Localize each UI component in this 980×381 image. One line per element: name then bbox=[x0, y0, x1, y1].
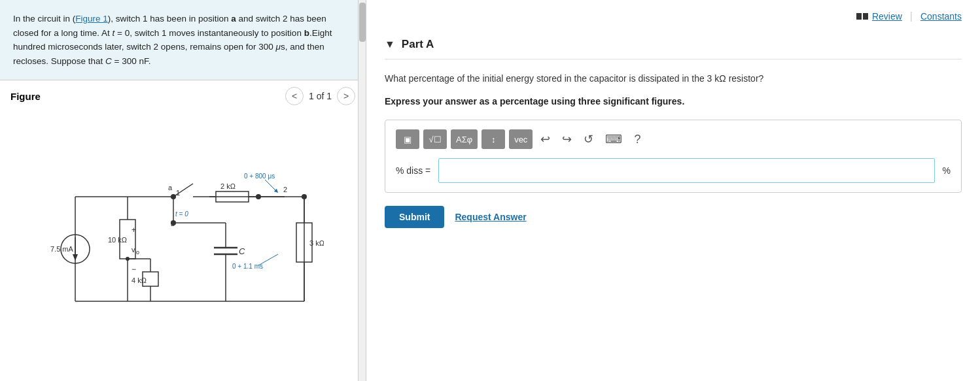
svg-text:−: − bbox=[131, 265, 136, 274]
svg-line-37 bbox=[258, 254, 278, 265]
next-figure-button[interactable]: > bbox=[337, 87, 355, 105]
figure-link[interactable]: Figure 1 bbox=[75, 14, 108, 24]
toolbar-arrow-icon: ↕ bbox=[491, 135, 496, 144]
page-indicator: 1 of 1 bbox=[309, 91, 332, 101]
action-row: Submit Request Answer bbox=[385, 206, 962, 228]
svg-text:3 kΩ: 3 kΩ bbox=[309, 239, 324, 247]
submit-label: Submit bbox=[399, 212, 430, 222]
figure-nav: < 1 of 1 > bbox=[285, 87, 355, 105]
toolbar-greek-btn[interactable]: ΑΣφ bbox=[451, 129, 478, 149]
toolbar-vec-label: vec bbox=[514, 135, 527, 144]
toolbar-matrix-icon: ▣ bbox=[404, 135, 411, 144]
svg-marker-8 bbox=[73, 254, 78, 261]
svg-text:10 kΩ: 10 kΩ bbox=[108, 236, 127, 244]
left-scrollbar[interactable] bbox=[358, 0, 366, 381]
keyboard-icon: ⌨ bbox=[605, 133, 622, 146]
svg-line-35 bbox=[265, 180, 277, 191]
question-text: What percentage of the initial energy st… bbox=[385, 71, 962, 86]
review-link[interactable]: Review bbox=[856, 11, 902, 22]
toolbar-undo-btn[interactable]: ↩ bbox=[536, 129, 554, 149]
svg-text:2: 2 bbox=[283, 186, 287, 193]
circuit-svg: 7.5 mA 10 kΩ v o + − a t bbox=[43, 157, 324, 327]
instruction-text: Express your answer as a percentage usin… bbox=[385, 96, 962, 107]
svg-text:+: + bbox=[131, 225, 136, 235]
svg-text:0 + 1.1 ms: 0 + 1.1 ms bbox=[232, 263, 263, 270]
separator: | bbox=[910, 10, 913, 22]
svg-text:v: v bbox=[131, 246, 135, 254]
problem-text-box: In the circuit in (Figure 1), switch 1 h… bbox=[0, 0, 366, 80]
part-header: ▼ Part A bbox=[385, 38, 962, 59]
svg-text:4 kΩ: 4 kΩ bbox=[131, 276, 147, 284]
svg-text:o: o bbox=[136, 249, 139, 256]
unit-label: % bbox=[943, 165, 951, 176]
toolbar-arrow-btn[interactable]: ↕ bbox=[481, 129, 505, 149]
review-icon-bar1 bbox=[856, 13, 862, 20]
part-title: Part A bbox=[402, 38, 434, 51]
figure-label: Figure bbox=[10, 91, 41, 102]
answer-input[interactable] bbox=[438, 158, 934, 183]
review-icon-bar2 bbox=[863, 13, 868, 20]
toolbar-sqrt-icon: √☐ bbox=[429, 135, 441, 144]
problem-text: In the circuit in (Figure 1), switch 1 h… bbox=[13, 14, 332, 66]
svg-point-54 bbox=[302, 194, 307, 199]
toolbar-reset-btn[interactable]: ↺ bbox=[580, 129, 597, 149]
help-icon: ? bbox=[634, 133, 640, 146]
constants-link[interactable]: Constants bbox=[920, 11, 962, 22]
redo-icon: ↪ bbox=[562, 133, 572, 146]
left-panel: In the circuit in (Figure 1), switch 1 h… bbox=[0, 0, 366, 381]
toolbar-greek-icon: ΑΣφ bbox=[456, 135, 472, 144]
toolbar-sqrt-btn[interactable]: √☐ bbox=[423, 129, 447, 149]
input-label: % diss = bbox=[396, 165, 430, 176]
toolbar-matrix-btn[interactable]: ▣ bbox=[396, 129, 419, 149]
svg-text:7.5 mA: 7.5 mA bbox=[50, 245, 74, 253]
circuit-diagram: 7.5 mA 10 kΩ v o + − a t bbox=[10, 110, 355, 374]
scroll-thumb bbox=[359, 3, 366, 42]
svg-text:1: 1 bbox=[176, 189, 180, 197]
undo-icon: ↩ bbox=[540, 133, 550, 146]
input-row: % diss = % bbox=[396, 158, 951, 183]
toolbar-vec-btn[interactable]: vec bbox=[509, 129, 533, 149]
toolbar-redo-btn[interactable]: ↪ bbox=[558, 129, 576, 149]
figure-section: Figure < 1 of 1 > bbox=[0, 80, 366, 381]
toolbar-keyboard-btn[interactable]: ⌨ bbox=[601, 129, 626, 149]
part-toggle-icon[interactable]: ▼ bbox=[385, 39, 395, 50]
submit-button[interactable]: Submit bbox=[385, 206, 444, 228]
right-panel: Review | Constants ▼ Part A What percent… bbox=[366, 0, 980, 381]
constants-label: Constants bbox=[920, 11, 962, 22]
review-label: Review bbox=[872, 11, 902, 22]
review-icon bbox=[856, 13, 868, 20]
svg-text:0 + 800 μs: 0 + 800 μs bbox=[244, 173, 275, 180]
top-bar: Review | Constants bbox=[385, 10, 962, 22]
answer-box: ▣ √☐ ΑΣφ ↕ vec ↩ ↪ ↺ ⌨ bbox=[385, 120, 962, 193]
prev-figure-button[interactable]: < bbox=[285, 87, 304, 105]
request-answer-button[interactable]: Request Answer bbox=[455, 212, 526, 222]
svg-text:t = 0: t = 0 bbox=[175, 210, 188, 218]
svg-text:C: C bbox=[239, 246, 245, 256]
toolbar-help-btn[interactable]: ? bbox=[630, 130, 644, 149]
figure-header: Figure < 1 of 1 > bbox=[10, 87, 355, 105]
reset-icon: ↺ bbox=[584, 133, 593, 146]
math-toolbar: ▣ √☐ ΑΣφ ↕ vec ↩ ↪ ↺ ⌨ bbox=[396, 129, 951, 149]
svg-text:a: a bbox=[168, 184, 173, 191]
svg-text:2 kΩ: 2 kΩ bbox=[220, 182, 236, 190]
request-answer-label: Request Answer bbox=[455, 212, 526, 222]
svg-point-49 bbox=[126, 257, 130, 261]
